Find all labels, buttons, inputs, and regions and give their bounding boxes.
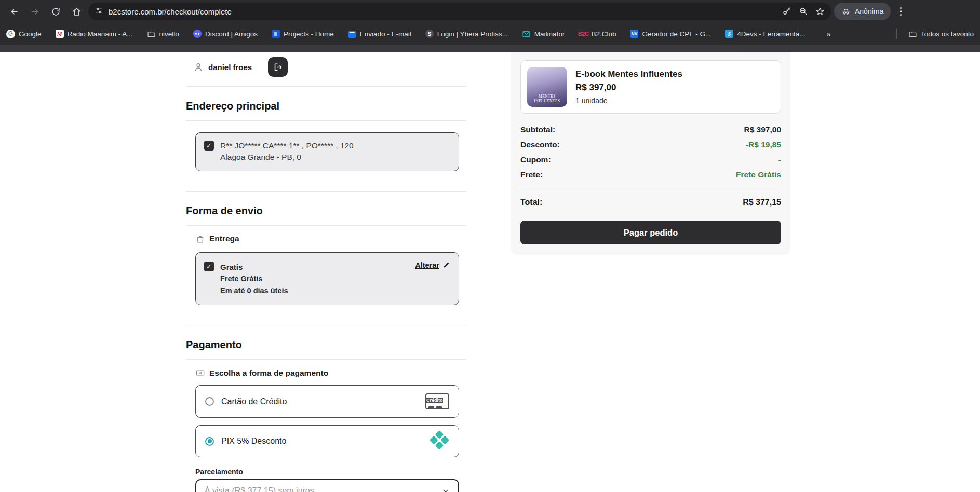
coupon-value: - — [778, 155, 781, 165]
total-value: R$ 377,15 — [743, 198, 781, 207]
summary-row-coupon: Cupom: - — [520, 155, 781, 165]
credit-card-radio[interactable] — [205, 397, 214, 406]
payment-option-credit-card[interactable]: Cartão de Crédito Crédito — [195, 385, 459, 418]
summary-row-total: Total: R$ 377,15 — [520, 198, 781, 207]
shipping-checkbox[interactable]: ✓ — [204, 262, 214, 271]
forward-button[interactable] — [26, 3, 44, 20]
chevron-down-icon — [441, 487, 450, 492]
browser-toolbar: b2cstore.com.br/checkout/complete Anônim… — [0, 0, 980, 23]
bookmark-ybera[interactable]: S Login | Ybera Profiss... — [425, 30, 508, 38]
bookmark-gerador-cpf[interactable]: NV Gerador de CPF - G... — [630, 30, 711, 38]
ybera-icon: S — [425, 30, 434, 38]
pix-icon — [428, 430, 450, 452]
reload-button[interactable] — [47, 3, 64, 20]
bookmarks-overflow-button[interactable]: » — [827, 30, 831, 38]
forward-icon — [30, 7, 40, 17]
incognito-badge[interactable]: Anônima — [834, 3, 891, 20]
bookmark-nivello[interactable]: nivello — [147, 30, 179, 38]
address-line-2: Alagoa Grande - PB, 0 — [220, 152, 354, 163]
installments-label: Parcelamento — [195, 468, 466, 476]
zoom-icon[interactable] — [799, 7, 808, 16]
discord-icon — [193, 30, 202, 38]
user-row: daniel froes — [193, 57, 466, 77]
reload-icon — [51, 7, 61, 17]
all-bookmarks-button[interactable]: Todos os favorito — [908, 30, 974, 38]
b2club-icon: B2C — [579, 30, 587, 38]
pix-radio[interactable] — [205, 437, 214, 446]
divider — [520, 188, 781, 188]
installments-select[interactable]: À vista (R$ 377,15) sem juros — [195, 479, 459, 492]
bookmark-projects[interactable]: Projects - Home — [272, 30, 334, 38]
folder-icon — [908, 30, 917, 38]
divider — [186, 325, 466, 325]
incognito-icon — [841, 7, 851, 16]
site-settings-icon[interactable] — [95, 6, 103, 17]
order-summary-card: MENTES INFLUENTES E-book Mentes Influent… — [511, 52, 790, 255]
summary-row-subtotal: Subtotal: R$ 397,00 — [520, 125, 781, 134]
bookmarks-separator — [896, 29, 897, 39]
address-line-1: R** JO***** CA**** 1** , PO***** , 120 — [220, 140, 354, 152]
credit-card-icon: Crédito — [425, 393, 449, 409]
divider — [186, 86, 466, 87]
address-bar[interactable]: b2cstore.com.br/checkout/complete — [88, 3, 831, 20]
address-option[interactable]: ✓ R** JO***** CA**** 1** , PO***** , 120… — [195, 132, 459, 171]
pay-order-button[interactable]: Pagar pedido — [520, 221, 781, 244]
bookmarks-bar: G Google M Rádio Maanaim - A... nivello … — [0, 23, 980, 45]
product-quantity: 1 unidade — [575, 95, 682, 106]
url-text[interactable]: b2cstore.com.br/checkout/complete — [109, 7, 777, 16]
payment-section-title: Pagamento — [186, 339, 466, 351]
pencil-icon[interactable] — [442, 261, 450, 269]
page-header-band — [0, 45, 980, 52]
mailinator-icon — [522, 30, 531, 38]
radio-maanaim-icon: M — [56, 30, 64, 38]
bookmark-enviado-email[interactable]: Enviado - E-mail — [348, 30, 411, 38]
divider — [186, 225, 466, 226]
browser-chrome: b2cstore.com.br/checkout/complete Anônim… — [0, 0, 980, 45]
bookmark-star-icon[interactable] — [815, 7, 825, 16]
browser-menu-button[interactable] — [894, 7, 907, 16]
user-icon — [193, 62, 204, 72]
product-price: R$ 397,00 — [575, 81, 682, 94]
address-checkbox[interactable]: ✓ — [204, 141, 214, 151]
address-section-title: Endereço principal — [186, 100, 466, 112]
shipping-option-eta: Em até 0 dias úteis — [220, 285, 288, 296]
password-key-icon[interactable] — [782, 7, 791, 16]
projects-icon — [272, 30, 280, 38]
back-button[interactable] — [5, 3, 23, 20]
divider — [186, 120, 466, 121]
google-icon: G — [6, 30, 15, 38]
nv-icon: NV — [630, 30, 638, 38]
change-shipping-link[interactable]: Alterar — [415, 261, 439, 269]
user-name: daniel froes — [208, 63, 252, 72]
shopping-bag-icon — [195, 234, 205, 244]
product-cover-image: MENTES INFLUENTES — [527, 67, 567, 107]
shipping-option[interactable]: ✓ Gratis Frete Grátis Em até 0 dias útei… — [195, 252, 459, 305]
banknote-icon — [195, 368, 205, 378]
discount-value: -R$ 19,85 — [746, 140, 781, 149]
bookmark-discord[interactable]: Discord | Amigos — [193, 30, 258, 38]
shipping-option-description: Frete Grátis — [220, 273, 288, 284]
bookmark-mailinator[interactable]: Mailinator — [522, 30, 565, 38]
product-cover-text: MENTES INFLUENTES — [527, 94, 567, 107]
shipping-section-title: Forma de envio — [186, 205, 466, 217]
checkout-page: daniel froes Endereço principal ✓ R** JO… — [0, 52, 980, 492]
back-icon — [9, 7, 19, 17]
pix-label: PIX 5% Desconto — [221, 436, 286, 446]
shipping-group-label: Entrega — [195, 234, 466, 244]
summary-row-shipping: Frete: Frete Grátis — [520, 170, 781, 180]
summary-row-discount: Desconto: -R$ 19,85 — [520, 140, 781, 149]
payment-option-pix[interactable]: PIX 5% Desconto — [195, 425, 459, 457]
product-item: MENTES INFLUENTES E-book Mentes Influent… — [520, 60, 781, 114]
shipping-value: Frete Grátis — [736, 170, 781, 180]
bookmark-radio-maanaim[interactable]: M Rádio Maanaim - A... — [56, 30, 133, 38]
home-button[interactable] — [68, 3, 85, 20]
payment-group-label: Escolha a forma de pagamento — [195, 368, 466, 378]
bookmark-b2club[interactable]: B2C B2.Club — [579, 30, 616, 38]
bookmark-google[interactable]: G Google — [6, 30, 42, 38]
product-title: E-book Mentes Influentes — [575, 67, 682, 81]
credit-card-label: Cartão de Crédito — [221, 397, 287, 406]
logout-button[interactable] — [268, 57, 288, 77]
4devs-icon: S — [725, 30, 733, 38]
bookmark-4devs[interactable]: S 4Devs - Ferramenta... — [725, 30, 805, 38]
logout-icon — [273, 62, 283, 72]
